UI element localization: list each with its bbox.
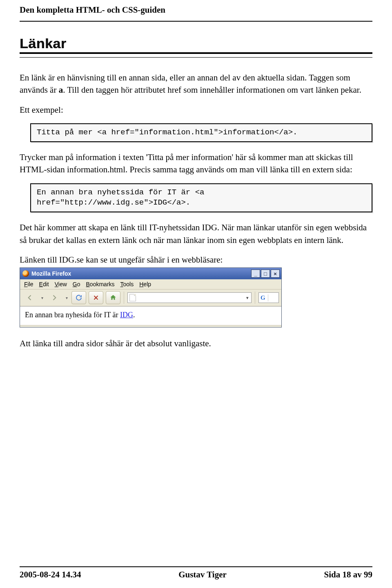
forward-button[interactable] [47, 291, 62, 304]
page-header-title: Den kompletta HTML- och CSS-guiden [20, 5, 372, 15]
search-box[interactable]: G [258, 292, 279, 303]
paragraph-closing: Att länka till andra sidor såhär är det … [20, 337, 372, 350]
menu-tools[interactable]: Tools [120, 281, 134, 287]
firefox-icon [22, 270, 29, 277]
paragraph-after-code1: Trycker man på information i texten 'Tit… [20, 151, 372, 176]
browser-content-text: En annan bra nyhesida för IT är [25, 311, 120, 319]
page-icon [129, 294, 136, 301]
browser-bottom-border [20, 325, 281, 327]
paragraph-intro-c: . Till den taggen hör attributet href so… [63, 85, 361, 95]
paragraph-after-code2: Det här kommer att skapa en länk till IT… [20, 221, 372, 246]
maximize-button[interactable]: □ [261, 270, 270, 278]
reload-button[interactable] [71, 291, 86, 304]
address-bar[interactable]: ▾ [127, 292, 252, 303]
header-rule [20, 21, 372, 22]
toolbar-divider-2 [255, 292, 255, 304]
tag-name-bold: a [59, 85, 63, 95]
browser-menubar: File Edit View Go Bookmarks Tools Help [20, 279, 281, 290]
page-footer: 2005-08-24 14.34 Gustav Tiger Sida 18 av… [20, 566, 372, 580]
browser-content-link[interactable]: IDG [120, 311, 133, 319]
menu-edit[interactable]: Edit [39, 281, 49, 287]
minimize-button[interactable]: _ [251, 270, 260, 278]
window-buttons: _ □ × [251, 270, 280, 278]
browser-content: En annan bra nyhesida för IT är IDG. [20, 306, 281, 325]
back-button[interactable] [22, 291, 37, 304]
forward-dropdown-icon[interactable]: ▾ [64, 296, 69, 300]
menu-view[interactable]: View [55, 281, 67, 287]
menu-go[interactable]: Go [73, 281, 80, 287]
footer-page: Sida 18 av 99 [324, 570, 372, 580]
code-example-1: Titta på mer <a href="information.html">… [30, 123, 372, 142]
menu-file[interactable]: File [24, 281, 33, 287]
google-icon: G [261, 294, 268, 301]
browser-titlebar: Mozilla Firefox _ □ × [20, 268, 281, 279]
section-double-rule [20, 52, 372, 58]
section-heading: Länkar [20, 36, 372, 51]
close-button[interactable]: × [271, 270, 280, 278]
paragraph-intro: En länk är en hänvisning till en annan s… [20, 71, 372, 96]
back-dropdown-icon[interactable]: ▾ [40, 296, 45, 300]
browser-toolbar: ▾ ▾ ▾ G [20, 290, 281, 306]
browser-content-tail: . [133, 311, 135, 319]
footer-author: Gustav Tiger [178, 570, 227, 580]
paragraph-browser-intro: Länken till IDG.se kan se ut ungefär såh… [20, 254, 372, 266]
page: Den kompletta HTML- och CSS-guiden Länka… [0, 0, 392, 588]
paragraph-example-label: Ett exempel: [20, 104, 372, 116]
menu-bookmarks[interactable]: Bookmarks [86, 281, 115, 287]
menu-help[interactable]: Help [139, 281, 151, 287]
toolbar-divider [124, 292, 124, 304]
address-dropdown-icon[interactable]: ▾ [245, 295, 249, 301]
code-example-2: En annan bra nyhetssida för IT är <a hre… [30, 183, 372, 212]
footer-rule [20, 566, 372, 567]
home-button[interactable] [106, 291, 120, 304]
browser-window: Mozilla Firefox _ □ × File Edit View Go … [20, 267, 282, 327]
browser-title: Mozilla Firefox [31, 270, 71, 277]
stop-button[interactable] [89, 291, 103, 304]
footer-date: 2005-08-24 14.34 [20, 570, 81, 580]
